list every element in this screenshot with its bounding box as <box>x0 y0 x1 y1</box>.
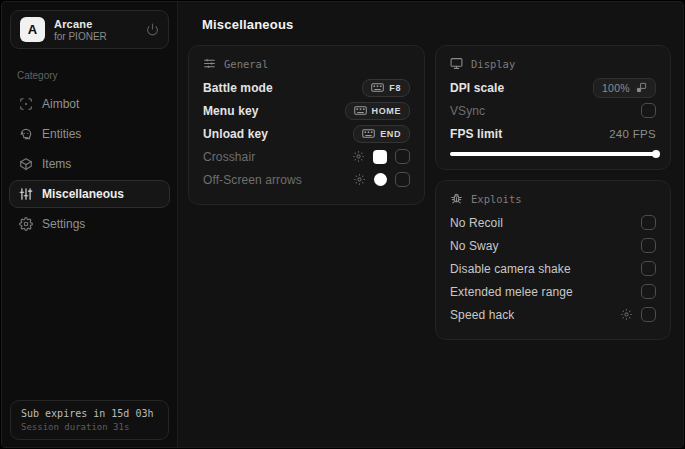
bug-icon <box>450 192 463 205</box>
keyboard-icon <box>362 129 375 138</box>
battle-mode-label: Battle mode <box>203 81 273 95</box>
app-subtitle: for PIONER <box>54 31 107 42</box>
brand-card: A Arcane for PIONER <box>10 10 169 49</box>
crosshair-checkbox[interactable] <box>395 149 410 164</box>
speed-hack-label: Speed hack <box>450 308 514 322</box>
offscreen-arrows-checkbox[interactable] <box>395 172 410 187</box>
no-recoil-label: No Recoil <box>450 216 503 230</box>
no-recoil-row: No Recoil <box>450 211 656 234</box>
subscription-card: Sub expires in 15d 03h Session duration … <box>10 400 169 440</box>
dpi-scale-select[interactable]: 100% <box>593 78 656 98</box>
sidebar-item-label: Aimbot <box>42 97 79 111</box>
sidebar-item-settings[interactable]: Settings <box>9 210 170 238</box>
speed-hack-row: Speed hack <box>450 303 656 326</box>
app-window: A Arcane for PIONER Category Aimbot <box>1 1 684 448</box>
sidebar-item-items[interactable]: Items <box>9 150 170 178</box>
vsync-checkbox[interactable] <box>641 103 656 118</box>
extended-melee-range-checkbox[interactable] <box>641 284 656 299</box>
sliders-icon <box>19 187 33 201</box>
battle-mode-keybind[interactable]: F8 <box>362 79 410 97</box>
sidebar: A Arcane for PIONER Category Aimbot <box>2 2 178 447</box>
disable-camera-shake-row: Disable camera shake <box>450 257 656 280</box>
monitor-icon <box>450 57 463 70</box>
general-panel-title: General <box>224 58 268 70</box>
crosshair-color-swatch[interactable] <box>373 150 387 164</box>
sidebar-item-label: Items <box>42 157 71 171</box>
app-name: Arcane <box>54 18 107 30</box>
category-label: Category <box>17 70 177 81</box>
offscreen-arrows-color-swatch[interactable] <box>374 173 387 186</box>
fps-limit-row: FPS limit 240 FPS <box>450 122 656 145</box>
power-icon[interactable] <box>146 23 159 36</box>
crosshair-row: Crosshair <box>203 145 410 168</box>
unload-key-label: Unload key <box>203 127 268 141</box>
scan-icon <box>19 97 33 111</box>
fps-limit-label: FPS limit <box>450 127 502 141</box>
vsync-row: VSync <box>450 99 656 122</box>
sidebar-item-entities[interactable]: Entities <box>9 120 170 148</box>
crosshair-label: Crosshair <box>203 150 255 164</box>
keyboard-icon <box>354 106 367 115</box>
gear-icon[interactable] <box>353 173 366 186</box>
dpi-scale-label: DPI scale <box>450 81 504 95</box>
no-sway-row: No Sway <box>450 234 656 257</box>
speed-hack-checkbox[interactable] <box>641 307 656 322</box>
fps-limit-slider[interactable] <box>450 152 656 156</box>
page-title: Miscellaneous <box>202 17 683 32</box>
sidebar-item-label: Entities <box>42 127 81 141</box>
no-sway-checkbox[interactable] <box>641 238 656 253</box>
menu-key-label: Menu key <box>203 104 259 118</box>
sidebar-item-label: Miscellaneous <box>42 187 124 201</box>
no-recoil-checkbox[interactable] <box>641 215 656 230</box>
disable-camera-shake-label: Disable camera shake <box>450 262 571 276</box>
sidebar-item-aimbot[interactable]: Aimbot <box>9 90 170 118</box>
package-icon <box>19 157 33 171</box>
exploits-panel-title: Exploits <box>471 193 522 205</box>
gear-icon[interactable] <box>352 150 365 163</box>
display-panel-title: Display <box>471 58 515 70</box>
gear-icon[interactable] <box>620 308 633 321</box>
extended-melee-range-row: Extended melee range <box>450 280 656 303</box>
exploits-panel: Exploits No Recoil No Sway Disable camer… <box>435 180 671 340</box>
vsync-label: VSync <box>450 104 485 118</box>
menu-key-keybind[interactable]: HOME <box>345 102 410 120</box>
extended-melee-range-label: Extended melee range <box>450 285 573 299</box>
sub-expires-text: Sub expires in 15d 03h <box>21 408 158 419</box>
sliders-icon <box>203 57 216 70</box>
sidebar-nav: Aimbot Entities Items <box>2 89 177 239</box>
offscreen-arrows-label: Off-Screen arrows <box>203 173 302 187</box>
battle-mode-row: Battle mode F8 <box>203 76 410 99</box>
disable-camera-shake-checkbox[interactable] <box>641 261 656 276</box>
skull-icon <box>19 127 33 141</box>
fps-limit-value: 240 FPS <box>609 128 656 140</box>
unload-key-keybind[interactable]: END <box>353 125 410 143</box>
offscreen-arrows-row: Off-Screen arrows <box>203 168 410 191</box>
scaling-icon <box>636 82 647 93</box>
general-panel: General Battle mode F8 Menu key <box>188 45 425 205</box>
main-content: Miscellaneous General Battle mode <box>178 2 683 447</box>
no-sway-label: No Sway <box>450 239 499 253</box>
menu-key-row: Menu key HOME <box>203 99 410 122</box>
sidebar-item-label: Settings <box>42 217 85 231</box>
dpi-scale-row: DPI scale 100% <box>450 76 656 99</box>
display-panel: Display DPI scale 100% <box>435 45 671 170</box>
session-duration-text: Session duration 31s <box>21 422 158 432</box>
keyboard-icon <box>371 83 384 92</box>
slider-knob[interactable] <box>652 150 660 158</box>
app-logo: A <box>20 17 45 42</box>
gear-icon <box>19 217 33 231</box>
sidebar-item-miscellaneous[interactable]: Miscellaneous <box>9 180 170 208</box>
unload-key-row: Unload key END <box>203 122 410 145</box>
